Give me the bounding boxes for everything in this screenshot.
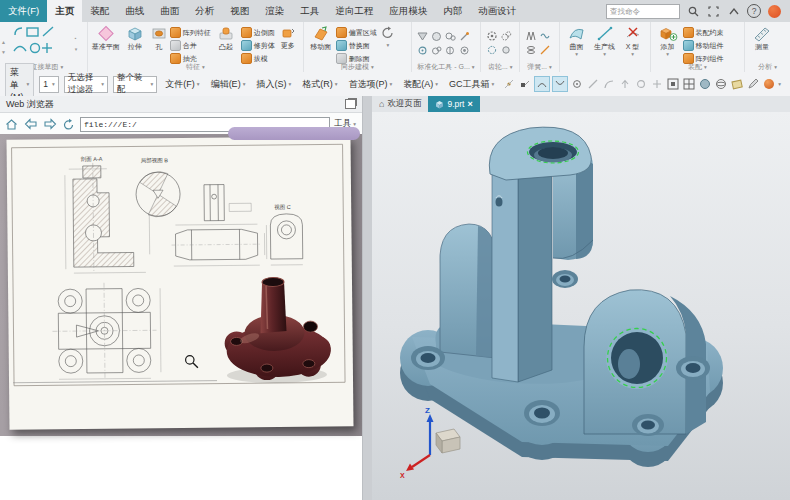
trim-body-button[interactable]: 修剪体 — [241, 40, 275, 51]
gear-icon[interactable] — [485, 44, 498, 57]
command-search-input[interactable] — [606, 4, 680, 19]
menu-file[interactable]: 文件(F)▾ — [162, 78, 202, 91]
snap-endpoint-icon[interactable] — [518, 77, 532, 91]
tab-curve[interactable]: 曲线 — [117, 0, 152, 22]
forward-icon[interactable] — [42, 117, 57, 132]
tab-reverse-engineering[interactable]: 逆向工程 — [327, 0, 381, 22]
sketch-group-scroll[interactable]: ▪▾ — [75, 35, 78, 52]
sync-more-button[interactable]: ▾ — [379, 25, 397, 48]
group-dialog-caret-icon[interactable]: ▾ — [704, 64, 707, 70]
render-style-icon[interactable] — [762, 77, 776, 91]
snap-center-icon[interactable] — [570, 77, 584, 91]
snap-arc-icon[interactable] — [602, 77, 616, 91]
pattern-feature-button[interactable]: 阵列特征 — [170, 27, 211, 38]
snap-arrow-up-icon[interactable] — [618, 77, 632, 91]
menu-insert[interactable]: 插入(S)▾ — [253, 78, 294, 91]
move-component-button[interactable]: 移动组件 — [683, 40, 724, 51]
tab-tools[interactable]: 工具 — [292, 0, 327, 22]
help-icon[interactable]: ? — [747, 4, 761, 18]
snap-circle-icon[interactable] — [634, 77, 648, 91]
spring-icon[interactable] — [538, 44, 551, 57]
tab-application-modules[interactable]: 应用模块 — [381, 0, 435, 22]
account-status-icon[interactable] — [768, 5, 781, 18]
hole-button[interactable]: 孔 — [150, 25, 168, 50]
snap-line-icon[interactable] — [586, 77, 600, 91]
menu-assembly[interactable]: 装配(A)▾ — [400, 78, 441, 91]
tab-assembly[interactable]: 装配 — [82, 0, 117, 22]
move-face-button[interactable]: 移动面 — [308, 25, 334, 50]
unite-button[interactable]: 合并 — [170, 40, 211, 51]
fullscreen-icon[interactable] — [707, 5, 720, 18]
tab-animation-design[interactable]: 动画设计 — [470, 0, 524, 22]
add-component-button[interactable]: 添加▾ — [655, 25, 681, 57]
spring-icon[interactable] — [524, 30, 537, 43]
tool-icon[interactable] — [444, 44, 457, 57]
pencil-icon[interactable] — [746, 77, 760, 91]
tab-render[interactable]: 渲染 — [257, 0, 292, 22]
home-icon[interactable] — [4, 117, 19, 132]
close-tab-icon[interactable]: × — [467, 99, 472, 109]
refresh-icon[interactable] — [61, 117, 76, 132]
tool-icon[interactable] — [458, 44, 471, 57]
group-dialog-caret-icon[interactable]: ▾ — [60, 64, 63, 70]
tool-icon[interactable] — [444, 30, 457, 43]
group-dialog-caret-icon[interactable]: ▾ — [371, 64, 374, 70]
tab-welcome-page[interactable]: ⌂ 欢迎页面 — [372, 96, 428, 112]
sketch-curves-icons[interactable] — [11, 25, 73, 55]
undock-panel-icon[interactable] — [345, 99, 356, 109]
extrude-button[interactable]: 拉伸 — [122, 25, 148, 50]
minimize-ribbon-icon[interactable] — [727, 5, 740, 18]
datum-plane-button[interactable]: 基准平面 — [92, 25, 120, 50]
view-shaded-icon[interactable] — [698, 77, 712, 91]
back-icon[interactable] — [23, 117, 38, 132]
measure-button[interactable]: 测量 — [749, 25, 775, 50]
tab-view[interactable]: 视图 — [222, 0, 257, 22]
tab-home[interactable]: 主页 — [47, 0, 82, 22]
group-dialog-caret-icon[interactable]: ▾ — [510, 64, 513, 70]
view-fit-icon[interactable] — [666, 77, 680, 91]
view-wireframe-icon[interactable] — [714, 77, 728, 91]
tab-analysis[interactable]: 分析 — [187, 0, 222, 22]
tab-internal[interactable]: 内部 — [435, 0, 470, 22]
snap-plus-icon[interactable] — [650, 77, 664, 91]
ruled-line-button[interactable]: 生产线▾ — [592, 25, 618, 57]
snap-point-icon[interactable] — [502, 77, 516, 91]
tab-part-document[interactable]: 9.prt × — [428, 96, 479, 112]
x-form-button[interactable]: X 型▾ — [620, 25, 646, 57]
group-dialog-caret-icon[interactable]: ▾ — [774, 64, 777, 70]
emboss-button[interactable]: 凸起 — [213, 25, 239, 50]
gear-icon[interactable] — [485, 30, 498, 43]
tool-icon[interactable] — [416, 30, 429, 43]
gear-icon[interactable] — [499, 30, 512, 43]
menu-gc-toolbox[interactable]: GC工具箱▾ — [446, 78, 497, 91]
group-dialog-caret-icon[interactable]: ▾ — [202, 64, 205, 70]
view-orient-icon[interactable] — [682, 77, 696, 91]
feature-more-button[interactable]: 更多 — [277, 25, 299, 49]
snap-intersection-icon[interactable] — [552, 76, 568, 92]
snap-midpoint-icon[interactable] — [534, 76, 550, 92]
selection-count-dropdown[interactable]: 1▾ — [39, 76, 59, 93]
selection-scope-dropdown[interactable]: 整个装配▾ — [113, 76, 157, 93]
selection-filter-dropdown[interactable]: 无选择过滤器▾ — [64, 76, 108, 93]
spring-icon[interactable] — [538, 30, 551, 43]
gear-icon[interactable] — [499, 44, 512, 57]
menu-edit[interactable]: 编辑(E)▾ — [208, 78, 249, 91]
group-dialog-caret-icon[interactable]: ▾ — [472, 64, 475, 70]
offset-region-button[interactable]: 偏置区域 — [336, 27, 377, 38]
search-icon[interactable] — [687, 5, 700, 18]
toolbar-overflow-caret-icon[interactable]: ▾ — [778, 81, 781, 87]
tab-surface[interactable]: 曲面 — [152, 0, 187, 22]
3d-viewport[interactable]: Z X — [372, 112, 790, 500]
tool-icon[interactable] — [458, 30, 471, 43]
tool-icon[interactable] — [416, 44, 429, 57]
tool-icon[interactable] — [430, 44, 443, 57]
menu-preferences[interactable]: 首选项(P)▾ — [345, 78, 395, 91]
tool-icon[interactable] — [430, 30, 443, 43]
surface-button[interactable]: 曲面▾ — [564, 25, 590, 57]
group-dialog-caret-icon[interactable]: ▾ — [549, 64, 552, 70]
assembly-constraints-button[interactable]: 装配约束 — [683, 27, 724, 38]
spring-icon[interactable] — [524, 44, 537, 57]
menu-format[interactable]: 格式(R)▾ — [299, 78, 340, 91]
edit-section-icon[interactable] — [730, 77, 744, 91]
replace-face-button[interactable]: 替换面 — [336, 40, 377, 51]
